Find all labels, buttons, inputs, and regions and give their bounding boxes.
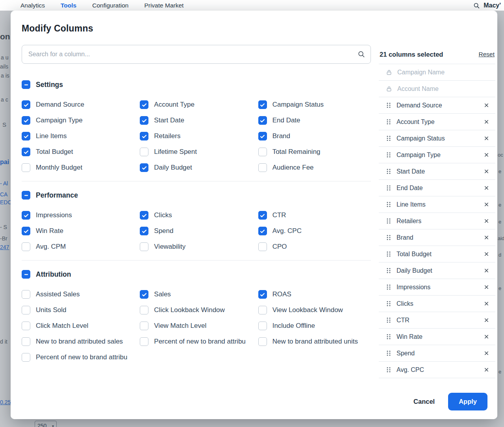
column-option-total-budget[interactable]: Total Budget — [22, 144, 134, 160]
remove-column-icon[interactable] — [481, 100, 491, 111]
checkbox[interactable] — [258, 211, 267, 220]
column-option-roas[interactable]: ROAS — [258, 287, 371, 302]
checkbox[interactable] — [22, 211, 30, 220]
section-select-all-checkbox[interactable] — [22, 80, 30, 89]
checkbox[interactable] — [258, 116, 267, 125]
column-option-ctr[interactable]: CTR — [258, 207, 371, 223]
column-option-percent-of-new-to-brand-attribu[interactable]: Percent of new to brand attribu — [140, 334, 252, 349]
checkbox[interactable] — [140, 242, 148, 251]
column-option-campaign-type[interactable]: Campaign Type — [22, 113, 134, 128]
drag-handle-icon[interactable] — [386, 251, 391, 257]
section-select-all-checkbox[interactable] — [22, 270, 30, 279]
column-option-assisted-sales[interactable]: Assisted Sales — [22, 287, 134, 302]
checkbox[interactable] — [22, 132, 30, 140]
column-option-avg-cpm[interactable]: Avg. CPM — [22, 239, 134, 255]
drag-handle-icon[interactable] — [386, 168, 391, 175]
remove-column-icon[interactable] — [481, 299, 491, 309]
checkbox[interactable] — [22, 306, 30, 314]
column-option-avg-cpc[interactable]: Avg. CPC — [258, 223, 371, 239]
column-option-end-date[interactable]: End Date — [258, 113, 371, 128]
checkbox[interactable] — [22, 100, 30, 109]
nav-item-tools[interactable]: Tools — [61, 2, 76, 9]
column-option-lifetime-spent[interactable]: Lifetime Spent — [140, 144, 252, 160]
cancel-button[interactable]: Cancel — [413, 398, 435, 405]
remove-column-icon[interactable] — [481, 200, 491, 210]
column-option-new-to-brand-attributed-units[interactable]: New to brand attributed units — [258, 334, 371, 349]
checkbox[interactable] — [22, 116, 30, 125]
column-option-new-to-brand-attributed-sales[interactable]: New to brand attributed sales — [22, 334, 134, 349]
checkbox[interactable] — [258, 242, 267, 251]
column-option-view-lookback-window[interactable]: View Lookback Window — [258, 302, 371, 318]
drag-handle-icon[interactable] — [386, 118, 391, 125]
column-option-spend[interactable]: Spend — [140, 223, 252, 239]
column-option-line-items[interactable]: Line Items — [22, 128, 134, 144]
checkbox[interactable] — [258, 148, 267, 156]
column-option-include-offline[interactable]: Include Offline — [258, 318, 371, 334]
drag-handle-icon[interactable] — [386, 234, 391, 241]
apply-button[interactable]: Apply — [448, 393, 487, 410]
checkbox[interactable] — [140, 163, 148, 172]
checkbox[interactable] — [258, 337, 267, 346]
remove-column-icon[interactable] — [481, 266, 491, 276]
checkbox[interactable] — [140, 132, 148, 140]
column-option-cpo[interactable]: CPO — [258, 239, 371, 255]
checkbox[interactable] — [22, 163, 30, 172]
drag-handle-icon[interactable] — [386, 102, 391, 109]
checkbox[interactable] — [22, 337, 30, 346]
remove-column-icon[interactable] — [481, 348, 491, 359]
reset-link[interactable]: Reset — [479, 51, 495, 58]
drag-handle-icon[interactable] — [386, 201, 391, 208]
column-option-win-rate[interactable]: Win Rate — [22, 223, 134, 239]
checkbox[interactable] — [22, 242, 30, 251]
checkbox[interactable] — [258, 306, 267, 314]
drag-handle-icon[interactable] — [386, 135, 391, 142]
checkbox[interactable] — [140, 290, 148, 299]
remove-column-icon[interactable] — [481, 133, 491, 144]
drag-handle-icon[interactable] — [386, 366, 391, 373]
checkbox[interactable] — [22, 290, 30, 299]
checkbox[interactable] — [258, 163, 267, 172]
remove-column-icon[interactable] — [481, 315, 491, 325]
remove-column-icon[interactable] — [481, 249, 491, 259]
column-option-view-match-level[interactable]: View Match Level — [140, 318, 252, 334]
column-option-campaign-status[interactable]: Campaign Status — [258, 97, 371, 113]
drag-handle-icon[interactable] — [386, 284, 391, 290]
checkbox[interactable] — [140, 116, 148, 125]
remove-column-icon[interactable] — [481, 233, 491, 243]
column-search-input[interactable] — [22, 45, 371, 64]
drag-handle-icon[interactable] — [386, 333, 391, 340]
column-option-monthly-budget[interactable]: Monthly Budget — [22, 160, 134, 176]
section-select-all-checkbox[interactable] — [22, 191, 30, 200]
checkbox[interactable] — [140, 211, 148, 220]
drag-handle-icon[interactable] — [386, 152, 391, 158]
drag-handle-icon[interactable] — [386, 185, 391, 191]
remove-column-icon[interactable] — [481, 216, 491, 226]
column-option-audience-fee[interactable]: Audience Fee — [258, 160, 371, 176]
column-option-units-sold[interactable]: Units Sold — [22, 302, 134, 318]
checkbox[interactable] — [22, 227, 30, 235]
column-option-account-type[interactable]: Account Type — [140, 97, 252, 113]
checkbox[interactable] — [22, 322, 30, 330]
remove-column-icon[interactable] — [481, 183, 491, 193]
column-option-brand[interactable]: Brand — [258, 128, 371, 144]
nav-item-private-market[interactable]: Private Market — [144, 2, 183, 9]
checkbox[interactable] — [258, 290, 267, 299]
column-option-impressions[interactable]: Impressions — [22, 207, 134, 223]
column-option-click-lookback-window[interactable]: Click Lookback Window — [140, 302, 252, 318]
column-option-percent-of-new-to-brand-attribu[interactable]: Percent of new to brand attribu — [22, 349, 134, 365]
checkbox[interactable] — [140, 148, 148, 156]
checkbox[interactable] — [22, 148, 30, 156]
checkbox[interactable] — [258, 100, 267, 109]
nav-item-analytics[interactable]: Analytics — [20, 2, 45, 9]
checkbox[interactable] — [140, 306, 148, 314]
column-option-daily-budget[interactable]: Daily Budget — [140, 160, 252, 176]
column-option-viewability[interactable]: Viewability — [140, 239, 252, 255]
drag-handle-icon[interactable] — [386, 317, 391, 323]
remove-column-icon[interactable] — [481, 365, 491, 375]
column-option-click-match-level[interactable]: Click Match Level — [22, 318, 134, 334]
drag-handle-icon[interactable] — [386, 218, 391, 224]
search-icon[interactable] — [473, 2, 480, 9]
remove-column-icon[interactable] — [481, 117, 491, 127]
checkbox[interactable] — [258, 322, 267, 330]
checkbox[interactable] — [140, 100, 148, 109]
